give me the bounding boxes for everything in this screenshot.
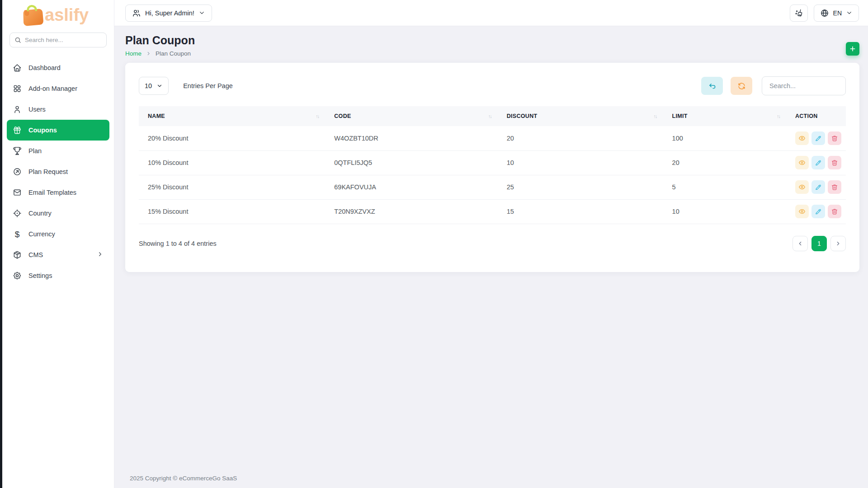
- delete-button[interactable]: [828, 180, 841, 194]
- table-row: 10% Discount 0QTFLI5JQ5 10 20: [139, 150, 846, 175]
- coupon-discount-cell: 20: [498, 126, 663, 150]
- table-search-input[interactable]: [762, 76, 846, 95]
- edit-button[interactable]: [811, 156, 825, 169]
- sidebar-item-users[interactable]: Users: [7, 99, 109, 120]
- edit-button[interactable]: [811, 131, 825, 145]
- chevron-right-icon: [835, 240, 841, 247]
- column-header-code[interactable]: CODE↑↓: [325, 106, 497, 126]
- trash-icon: [831, 208, 838, 215]
- broom-icon: [794, 9, 803, 18]
- user-menu-button[interactable]: Hi, Super Admin!: [125, 5, 212, 22]
- pencil-icon: [815, 159, 822, 166]
- main-area: Hi, Super Admin! EN Plan Coupon: [114, 0, 868, 488]
- column-header-discount[interactable]: DISCOUNT↑↓: [498, 106, 663, 126]
- users-group-icon: [132, 9, 141, 18]
- sidebar-item-plan[interactable]: Plan: [7, 141, 109, 161]
- delete-button[interactable]: [828, 131, 841, 145]
- sidebar-item-coupons[interactable]: Coupons: [7, 120, 109, 141]
- sidebar-item-dashboard[interactable]: Dashboard: [7, 57, 109, 78]
- coupon-name-cell: 25% Discount: [139, 175, 325, 199]
- view-button[interactable]: [795, 131, 809, 145]
- view-button[interactable]: [795, 205, 809, 218]
- sort-icon: ↑↓: [777, 113, 782, 119]
- coupon-code-cell: 69KAFOVUJA: [325, 175, 497, 199]
- globe-icon: [820, 9, 829, 18]
- pagination-page-1-button[interactable]: 1: [811, 236, 827, 251]
- coupon-limit-cell: 5: [663, 175, 786, 199]
- brand-logo[interactable]: aslify: [2, 0, 114, 28]
- showing-entries-text: Showing 1 to 4 of 4 entries: [139, 240, 217, 247]
- chevron-down-icon: [156, 83, 163, 89]
- table-controls: 10 Entries Per Page: [125, 63, 859, 106]
- sidebar-item-email-templates[interactable]: Email Templates: [7, 182, 109, 203]
- coupon-code-cell: W4OZBT10DR: [325, 126, 497, 150]
- eye-icon: [798, 159, 806, 166]
- home-icon: [13, 63, 22, 72]
- view-button[interactable]: [795, 180, 809, 194]
- sidebar-item-addon-manager[interactable]: Add-on Manager: [7, 78, 109, 99]
- entries-per-page-label: Entries Per Page: [183, 82, 233, 89]
- sidebar-nav: Dashboard Add-on Manager Users Coupons P…: [2, 57, 114, 286]
- breadcrumb: Home Plan Coupon: [125, 50, 195, 57]
- sidebar-item-label: Dashboard: [28, 64, 61, 71]
- chevron-down-icon: [846, 9, 853, 16]
- edit-button[interactable]: [811, 205, 825, 218]
- coupon-limit-cell: 100: [663, 126, 786, 150]
- page-head: Plan Coupon Home Plan Coupon: [125, 34, 859, 57]
- pagination-next-button[interactable]: [830, 236, 846, 251]
- pagination: 1: [793, 236, 846, 251]
- coupon-name-cell: 15% Discount: [139, 199, 325, 224]
- delete-button[interactable]: [828, 156, 841, 169]
- sidebar-item-country[interactable]: Country: [7, 203, 109, 224]
- sidebar-item-label: Plan Request: [28, 168, 68, 175]
- sidebar-item-cms[interactable]: CMS: [7, 244, 109, 265]
- sidebar-item-label: Settings: [28, 272, 52, 279]
- clear-cache-button[interactable]: [790, 5, 808, 22]
- pagination-prev-button[interactable]: [793, 236, 808, 251]
- column-header-action: ACTION: [786, 106, 846, 126]
- edit-button[interactable]: [811, 180, 825, 194]
- add-coupon-button[interactable]: [846, 42, 859, 56]
- sidebar-item-label: Currency: [28, 230, 55, 238]
- column-header-limit[interactable]: LIMIT↑↓: [663, 106, 786, 126]
- copyright-footer: 2025 Copyright © eCommerceGo SaaS: [125, 475, 859, 488]
- entries-per-page-value: 10: [145, 82, 152, 89]
- sidebar-item-label: Users: [28, 106, 46, 113]
- topbar: Hi, Super Admin! EN: [114, 0, 868, 26]
- sidebar-search-input[interactable]: [25, 37, 102, 43]
- topbar-right: EN: [790, 5, 859, 22]
- coupon-name-cell: 10% Discount: [139, 150, 325, 175]
- table-row: 25% Discount 69KAFOVUJA 25 5: [139, 175, 846, 199]
- table-body: 20% Discount W4OZBT10DR 20 100 10% Disco…: [139, 126, 846, 224]
- sidebar-item-label: Plan: [28, 147, 42, 155]
- entries-per-page-select[interactable]: 10: [139, 77, 169, 95]
- trash-icon: [831, 159, 838, 166]
- delete-button[interactable]: [828, 205, 841, 218]
- envelope-icon: [13, 188, 22, 197]
- sidebar-item-label: Email Templates: [28, 189, 76, 196]
- column-header-name[interactable]: NAME↑↓: [139, 106, 325, 126]
- eye-icon: [798, 183, 806, 191]
- chevron-right-icon: [97, 251, 104, 259]
- refresh-button[interactable]: [731, 77, 752, 95]
- coupon-code-cell: T20N9XZVXZ: [325, 199, 497, 224]
- sidebar-search: [9, 33, 107, 47]
- chevron-left-icon: [797, 240, 803, 247]
- refresh-icon: [737, 82, 746, 90]
- language-selector[interactable]: EN: [814, 5, 859, 22]
- sidebar-item-settings[interactable]: Settings: [7, 265, 109, 286]
- search-icon: [14, 37, 21, 43]
- trophy-icon: [13, 146, 22, 155]
- undo-button[interactable]: [701, 77, 723, 95]
- gift-icon: [13, 126, 22, 135]
- chevron-right-icon: [146, 51, 151, 56]
- grid-icon: [13, 84, 22, 93]
- sidebar-item-plan-request[interactable]: Plan Request: [7, 161, 109, 182]
- table-header-row: NAME↑↓ CODE↑↓ DISCOUNT↑↓ LIMIT↑↓ ACTION: [139, 106, 846, 126]
- sidebar-item-currency[interactable]: $ Currency: [7, 224, 109, 244]
- coupon-discount-cell: 25: [498, 175, 663, 199]
- pencil-icon: [815, 135, 822, 142]
- breadcrumb-home-link[interactable]: Home: [125, 50, 142, 57]
- breadcrumb-current: Plan Coupon: [156, 50, 191, 57]
- view-button[interactable]: [795, 156, 809, 169]
